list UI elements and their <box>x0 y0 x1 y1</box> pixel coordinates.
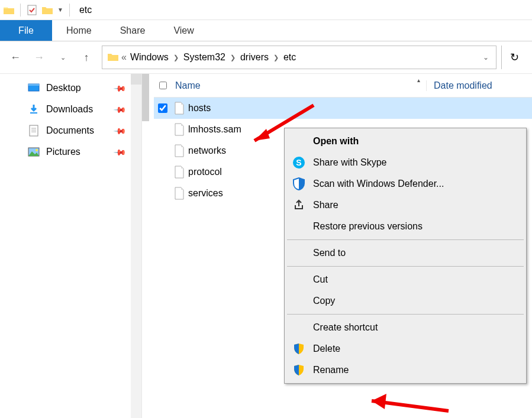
ribbon: File Home Share View <box>0 20 532 41</box>
svg-rect-3 <box>30 112 37 114</box>
menu-share-skype[interactable]: SShare with Skype <box>285 152 526 173</box>
context-menu: Open with SShare with Skype Scan with Wi… <box>284 128 527 384</box>
sidebar-item-label: Downloads <box>46 104 93 115</box>
file-tab[interactable]: File <box>0 20 52 41</box>
menu-separator <box>287 239 524 240</box>
navbar: ← → ⌄ ↑ « Windows ❯ System32 ❯ drivers ❯… <box>0 41 532 73</box>
up-button[interactable]: ↑ <box>76 47 97 68</box>
qat-folder-icon[interactable] <box>41 4 54 17</box>
row-checkbox[interactable] <box>154 103 172 113</box>
menu-separator <box>287 266 524 267</box>
svg-point-10 <box>36 149 38 151</box>
file-icon <box>172 166 187 179</box>
file-name: networks <box>187 145 226 156</box>
refresh-button[interactable]: ↻ <box>501 46 527 69</box>
breadcrumb-part[interactable]: etc <box>283 52 296 63</box>
tab-home[interactable]: Home <box>52 20 106 41</box>
skype-icon: S <box>292 156 306 169</box>
file-icon <box>172 123 187 136</box>
breadcrumb-part[interactable]: drivers <box>240 52 269 63</box>
titlebar: ▼ etc <box>0 0 532 20</box>
pictures-icon <box>27 147 40 157</box>
svg-rect-0 <box>28 5 36 15</box>
chevron-right-icon[interactable]: ❯ <box>173 54 179 61</box>
pin-icon: 📌 <box>113 81 127 95</box>
menu-restore[interactable]: Restore previous versions <box>285 216 526 237</box>
address-dropdown-icon[interactable]: ⌄ <box>483 53 489 61</box>
sidebar-item-label: Desktop <box>46 83 81 93</box>
svg-rect-2 <box>28 84 39 86</box>
sidebar-item-documents[interactable]: Documents 📌 <box>0 120 141 141</box>
downloads-icon <box>27 104 40 115</box>
sidebar-item-label: Pictures <box>46 147 80 157</box>
uac-shield-icon <box>292 364 306 376</box>
pin-icon: 📌 <box>113 145 127 158</box>
address-bar[interactable]: « Windows ❯ System32 ❯ drivers ❯ etc ⌄ <box>102 46 496 69</box>
tab-share[interactable]: Share <box>106 20 160 41</box>
chevron-right-icon[interactable]: ❯ <box>230 54 236 61</box>
history-dropdown[interactable]: ⌄ <box>52 47 73 68</box>
sidebar-scrollbar[interactable] <box>131 74 141 418</box>
svg-text:S: S <box>296 158 301 167</box>
menu-send-to[interactable]: Send to <box>285 242 526 264</box>
file-name: services <box>187 188 223 199</box>
uac-shield-icon <box>292 343 306 355</box>
window-title: etc <box>79 5 92 15</box>
menu-defender[interactable]: Scan with Windows Defender... <box>285 173 526 195</box>
splitter[interactable] <box>142 74 154 418</box>
tab-view[interactable]: View <box>159 20 208 41</box>
separator <box>69 4 70 17</box>
pin-icon: 📌 <box>113 102 127 116</box>
sidebar: Desktop 📌 Downloads 📌 Documents 📌 Pictur… <box>0 74 142 418</box>
breadcrumb-part[interactable]: System32 <box>183 52 225 63</box>
desktop-icon <box>27 83 40 93</box>
column-name[interactable]: Name▴ <box>172 80 426 91</box>
menu-separator <box>287 314 524 315</box>
breadcrumb-part[interactable]: Windows <box>130 52 169 63</box>
pin-icon: 📌 <box>113 124 127 137</box>
chevron-right-icon[interactable]: ❯ <box>273 54 279 61</box>
sidebar-item-desktop[interactable]: Desktop 📌 <box>0 77 141 99</box>
file-icon <box>172 144 187 157</box>
forward-button[interactable]: → <box>28 47 50 68</box>
file-icon <box>172 187 187 200</box>
sidebar-item-pictures[interactable]: Pictures 📌 <box>0 141 141 163</box>
file-row[interactable]: hosts <box>154 98 532 119</box>
sort-indicator-icon: ▴ <box>417 77 420 83</box>
file-name: lmhosts.sam <box>187 124 241 135</box>
menu-open-with[interactable]: Open with <box>285 131 526 152</box>
share-icon <box>292 199 306 211</box>
file-icon <box>172 102 187 115</box>
menu-create-shortcut[interactable]: Create shortcut <box>285 317 526 338</box>
select-all-checkbox[interactable] <box>154 82 172 89</box>
separator <box>20 4 21 17</box>
shield-icon <box>292 177 306 190</box>
menu-rename[interactable]: Rename <box>285 359 526 381</box>
menu-share[interactable]: Share <box>285 195 526 216</box>
svg-rect-4 <box>30 125 38 136</box>
qat-dropdown-icon[interactable]: ▼ <box>57 7 63 13</box>
menu-delete[interactable]: Delete <box>285 338 526 359</box>
save-icon[interactable] <box>25 4 38 17</box>
file-name: hosts <box>187 103 211 114</box>
column-header: Name▴ Date modified <box>154 74 532 98</box>
documents-icon <box>27 125 40 137</box>
sidebar-item-downloads[interactable]: Downloads 📌 <box>0 99 141 120</box>
file-name: protocol <box>187 167 222 177</box>
folder-icon <box>107 52 119 63</box>
folder-icon <box>2 4 15 17</box>
menu-cut[interactable]: Cut <box>285 269 526 290</box>
back-button[interactable]: ← <box>5 47 26 68</box>
menu-copy[interactable]: Copy <box>285 290 526 312</box>
sidebar-item-label: Documents <box>46 125 94 136</box>
breadcrumb-ellipsis[interactable]: « <box>121 52 127 63</box>
column-date[interactable]: Date modified <box>426 80 515 91</box>
